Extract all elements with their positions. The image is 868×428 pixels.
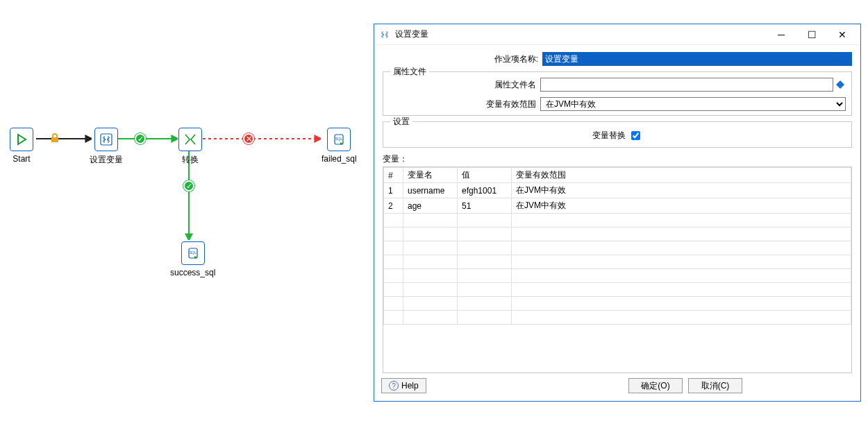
check-icon: ✓: [135, 133, 146, 144]
maximize-button[interactable]: ☐: [796, 25, 827, 44]
svg-rect-0: [101, 134, 112, 145]
edge-setvar-to-transform: [115, 133, 178, 144]
dialog-title: 设置变量: [395, 28, 428, 40]
sql-icon: SQL: [327, 128, 351, 151]
lock-icon: [49, 132, 61, 144]
app-icon: [380, 30, 390, 40]
node-start[interactable]: Start: [10, 128, 33, 164]
jobitem-name-input[interactable]: [542, 52, 852, 66]
node-label: success_sql: [170, 268, 215, 277]
vars-label: 变量：: [383, 153, 852, 165]
table-row-empty[interactable]: [384, 269, 851, 283]
svg-text:SQL: SQL: [335, 137, 342, 141]
variables-table[interactable]: # 变量名 值 变量有效范围 1usernameefgh1001在JVM中有效2…: [383, 166, 852, 373]
help-label: Help: [401, 381, 419, 391]
help-icon: ?: [389, 381, 399, 391]
check-icon-2: ✓: [183, 180, 194, 191]
node-label: 转换: [178, 154, 202, 166]
svg-text:SQL: SQL: [190, 250, 197, 255]
table-row-empty[interactable]: [384, 255, 851, 269]
settings-legend: 设置: [390, 116, 412, 128]
cancel-button[interactable]: 取消(C): [688, 378, 742, 393]
jobitem-label: 作业项名称:: [383, 53, 542, 65]
col-value: 值: [458, 168, 512, 183]
node-transform[interactable]: 转换: [178, 128, 202, 166]
table-row-empty[interactable]: [384, 311, 851, 325]
edge-transform-to-failed: [203, 133, 321, 144]
dialog-set-variable: 设置变量 ─ ☐ ✕ 作业项名称: 属性文件 属性文件名 变量有效范围: [374, 24, 861, 402]
property-file-group: 属性文件 属性文件名 变量有效范围 在JVM中有效: [383, 71, 852, 116]
play-icon: [10, 128, 33, 151]
table-row[interactable]: 1usernameefgh1001在JVM中有效: [384, 183, 851, 198]
error-icon: ✕: [243, 133, 254, 144]
property-file-legend: 属性文件: [390, 66, 429, 78]
node-label: 设置变量: [90, 154, 123, 166]
node-label: failed_sql: [322, 154, 357, 164]
help-button[interactable]: ? Help: [381, 378, 426, 393]
table-row[interactable]: 2age51在JVM中有效: [384, 198, 851, 214]
minimize-button[interactable]: ─: [766, 25, 796, 44]
table-row-empty[interactable]: [384, 283, 851, 297]
node-setvar[interactable]: 设置变量: [90, 128, 123, 166]
scope-label: 变量有效范围: [389, 99, 540, 110]
col-name: 变量名: [403, 168, 458, 183]
scope-select[interactable]: 在JVM中有效: [540, 97, 846, 111]
close-button[interactable]: ✕: [827, 25, 858, 44]
ok-button[interactable]: 确定(O): [628, 378, 683, 393]
transform-icon: [178, 128, 202, 151]
settings-group: 设置 变量替换: [383, 121, 852, 148]
sql-icon: SQL: [181, 241, 205, 265]
propfile-input[interactable]: [540, 78, 833, 92]
table-row-empty[interactable]: [384, 241, 851, 255]
col-scope: 变量有效范围: [512, 168, 851, 183]
setvar-icon: [94, 128, 118, 151]
substitute-label: 变量替换: [592, 130, 626, 142]
col-idx: #: [384, 168, 403, 183]
node-success[interactable]: SQL success_sql: [170, 241, 215, 277]
titlebar[interactable]: 设置变量 ─ ☐ ✕: [374, 24, 860, 45]
edge-start-to-setvar: [36, 133, 92, 144]
table-row-empty[interactable]: [384, 214, 851, 228]
table-header-row: # 变量名 值 变量有效范围: [384, 168, 851, 183]
substitute-checkbox[interactable]: [631, 131, 640, 140]
node-label: Start: [10, 154, 33, 164]
node-failed[interactable]: SQL failed_sql: [322, 128, 357, 164]
table-row-empty[interactable]: [384, 228, 851, 241]
table-row-empty[interactable]: [384, 297, 851, 311]
browse-variable-button[interactable]: [835, 79, 846, 90]
propfile-label: 属性文件名: [389, 79, 540, 91]
